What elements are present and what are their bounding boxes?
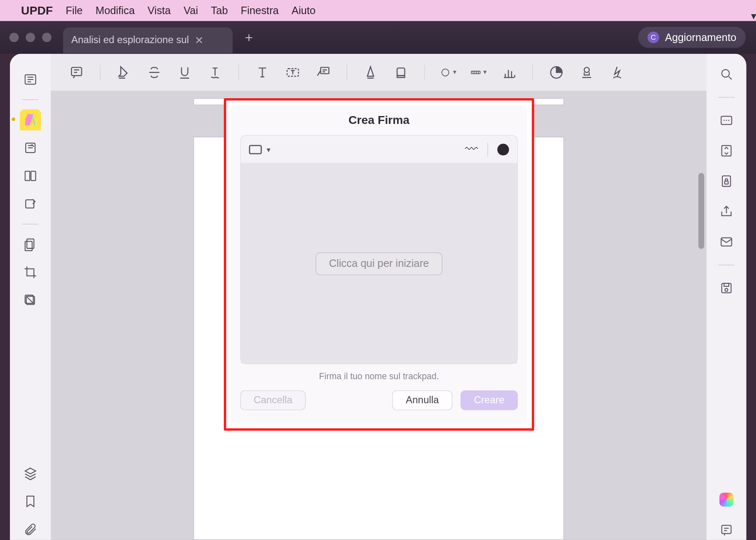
svg-rect-14	[721, 238, 732, 246]
trackpad-mode-button[interactable]: ▼	[249, 145, 272, 154]
svg-rect-13	[724, 181, 728, 184]
create-button[interactable]: Creare	[460, 390, 518, 410]
svg-rect-19	[71, 67, 81, 75]
save-icon[interactable]	[717, 278, 737, 298]
create-signature-dialog: Crea Firma ▼ 〰	[231, 105, 527, 424]
attachment-icon[interactable]	[20, 519, 41, 540]
sticker-tool-icon[interactable]	[548, 64, 565, 80]
layers-icon[interactable]	[20, 463, 41, 484]
strikethrough-tool-icon[interactable]	[146, 64, 162, 80]
crop-icon[interactable]	[20, 262, 41, 283]
right-sidebar	[707, 54, 746, 540]
trackpad-icon	[249, 145, 262, 154]
pages-panel-icon[interactable]	[20, 234, 41, 255]
svg-rect-21	[321, 67, 329, 73]
menubar-vista[interactable]: Vista	[148, 5, 171, 17]
document-canvas: Crea Firma ▼ 〰	[51, 91, 707, 540]
svg-point-17	[725, 288, 728, 291]
dialog-title: Crea Firma	[231, 105, 527, 135]
updf-ai-icon[interactable]	[717, 490, 737, 510]
comment-tool-icon[interactable]	[20, 109, 41, 131]
notes-panel-icon[interactable]	[717, 520, 737, 540]
menubar-modifica[interactable]: Modifica	[95, 5, 135, 17]
stamp-tool-icon[interactable]	[579, 64, 595, 80]
note-tool-icon[interactable]	[68, 64, 85, 80]
signature-pad[interactable]: Clicca qui per iniziare	[241, 164, 517, 363]
ocr-icon[interactable]	[717, 110, 737, 130]
callout-tool-icon[interactable]	[315, 64, 331, 80]
clear-button[interactable]: Cancella	[240, 390, 306, 410]
app-window: ▾ ▾ Crea Firma ▼	[10, 54, 746, 540]
svg-rect-16	[724, 283, 729, 286]
edit-text-icon[interactable]	[20, 137, 41, 158]
tab-close-icon[interactable]: ✕	[195, 34, 204, 47]
eraser-tool-icon[interactable]	[393, 64, 409, 80]
svg-point-9	[722, 70, 729, 77]
menubar-tab[interactable]: Tab	[211, 5, 228, 17]
update-pill[interactable]: C Aggiornamento	[638, 27, 746, 48]
fill-sign-icon[interactable]	[20, 194, 41, 215]
tab-title: Analisi ed esplorazione sul	[71, 34, 189, 46]
text-tool-icon[interactable]	[254, 64, 270, 80]
left-sidebar	[10, 54, 51, 540]
shape-tool-icon[interactable]: ▾	[440, 64, 456, 80]
document-tab[interactable]: Analisi ed esplorazione sul ✕	[63, 27, 233, 53]
highlight-outline: Crea Firma ▼ 〰	[224, 98, 534, 431]
vertical-scrollbar[interactable]	[698, 173, 704, 249]
underline-tool-icon[interactable]	[177, 64, 193, 80]
textbox-tool-icon[interactable]	[285, 64, 301, 80]
stroke-style-icon[interactable]: 〰	[465, 142, 478, 157]
signature-hint: Firma il tuo nome sul trackpad.	[231, 371, 527, 381]
svg-rect-18	[722, 525, 731, 534]
signature-tool-icon[interactable]	[609, 64, 625, 80]
reader-mode-icon[interactable]	[20, 69, 41, 90]
menubar-file[interactable]: File	[66, 5, 83, 17]
search-icon[interactable]	[717, 64, 737, 84]
annotation-toolbar: ▾ ▾	[51, 54, 707, 91]
protect-icon[interactable]	[717, 171, 737, 191]
start-signing-button[interactable]: Clicca qui per iniziare	[315, 252, 442, 275]
bookmark-icon[interactable]	[20, 491, 41, 512]
menubar-vai[interactable]: Vai	[184, 5, 198, 17]
svg-rect-5	[27, 239, 34, 249]
signature-panel: ▼ 〰 Clicca qui per iniziare	[240, 135, 518, 364]
mac-menubar: UPDF File Modifica Vista Vai Tab Finestr…	[0, 0, 756, 21]
highlight-tool-icon[interactable]	[116, 64, 132, 80]
update-label: Aggiornamento	[665, 31, 736, 44]
measure-tool-icon[interactable]: ▾	[470, 64, 487, 80]
svg-rect-22	[397, 68, 405, 75]
chart-tool-icon[interactable]	[501, 64, 517, 80]
convert-icon[interactable]	[717, 141, 737, 161]
menubar-aiuto[interactable]: Aiuto	[292, 5, 316, 17]
signature-toolbar: ▼ 〰	[241, 136, 517, 164]
color-swatch[interactable]	[497, 143, 509, 155]
redact-icon[interactable]	[20, 290, 41, 311]
menubar-app[interactable]: UPDF	[21, 4, 53, 17]
pencil-tool-icon[interactable]	[362, 64, 378, 80]
window-controls[interactable]	[10, 33, 52, 42]
new-tab-button[interactable]: ＋	[238, 27, 259, 48]
page-organize-icon[interactable]	[20, 165, 41, 186]
cancel-button[interactable]: Annulla	[393, 390, 453, 410]
svg-point-26	[584, 67, 589, 72]
svg-rect-2	[25, 171, 30, 181]
share-icon[interactable]	[717, 201, 737, 221]
svg-rect-24	[471, 71, 480, 73]
svg-rect-6	[25, 241, 32, 251]
svg-rect-4	[26, 200, 34, 208]
mail-icon[interactable]	[717, 232, 737, 252]
svg-rect-3	[31, 171, 36, 181]
menubar-finestra[interactable]: Finestra	[241, 5, 279, 17]
svg-point-23	[442, 69, 449, 76]
squiggly-tool-icon[interactable]	[207, 64, 223, 80]
user-avatar: C	[647, 31, 659, 43]
